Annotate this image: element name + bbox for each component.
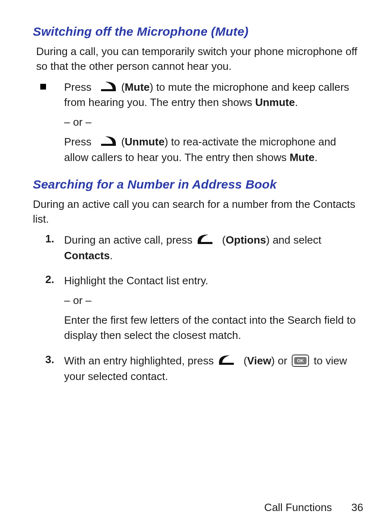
s1b-rest: ) and select xyxy=(266,234,321,246)
text-press-2: Press xyxy=(64,136,95,148)
step-3-body: With an entry highlighted, press (View) … xyxy=(64,353,363,388)
s3b-bold: View xyxy=(247,355,271,367)
right-softkey-icon xyxy=(96,81,117,93)
step-2-body: Highlight the Contact list entry. – or –… xyxy=(64,273,363,348)
ok-button-icon: OK xyxy=(292,355,309,367)
s1c-bold: Contacts xyxy=(64,249,110,262)
footer-chapter: Call Functions xyxy=(264,501,332,514)
step-number-3: 3. xyxy=(40,353,54,366)
text-end-2: . xyxy=(314,151,317,164)
s1b-bold: Options xyxy=(226,234,266,246)
bullet-body: Press (Mute) to mute the microphone and … xyxy=(64,80,363,169)
text-mute-bold: Mute xyxy=(125,81,150,93)
s1c-end: . xyxy=(110,249,113,262)
manual-page: Switching off the Microphone (Mute) Duri… xyxy=(0,0,392,532)
step-2b: Enter the first few letters of the conta… xyxy=(64,313,363,343)
s1b-open: ( xyxy=(222,234,226,246)
bullet-item: Press (Mute) to mute the microphone and … xyxy=(33,80,363,169)
left-softkey-icon xyxy=(218,355,239,367)
s3b-rest: ) or xyxy=(271,355,290,367)
step-1: 1. During an active call, press (Options… xyxy=(33,233,363,267)
step-1-text: During an active call, press (Options) a… xyxy=(64,233,363,263)
s3a: With an entry highlighted, press xyxy=(64,355,217,367)
text-open-1: ( xyxy=(121,81,125,93)
page-footer: Call Functions 36 xyxy=(264,501,363,514)
left-softkey-icon xyxy=(197,234,217,246)
svg-text:OK: OK xyxy=(297,358,304,363)
step-number-2: 2. xyxy=(40,273,54,286)
text-press-1: Press xyxy=(64,81,95,93)
text-end-1: . xyxy=(295,96,298,108)
right-softkey-icon xyxy=(96,136,117,148)
mute-line-1: Press (Mute) to mute the microphone and … xyxy=(64,80,363,111)
bullet-list: Press (Mute) to mute the microphone and … xyxy=(33,80,363,169)
step-1-body: During an active call, press (Options) a… xyxy=(64,233,363,267)
s1a: During an active call, press xyxy=(64,234,195,246)
step-2a: Highlight the Contact list entry. xyxy=(64,273,363,289)
step-2: 2. Highlight the Contact list entry. – o… xyxy=(33,273,363,348)
heading-search: Searching for a Number in Address Book xyxy=(33,177,363,191)
or-line-1: – or – xyxy=(64,115,363,130)
text-mute-bold-2: Mute xyxy=(290,151,315,164)
intro-search: During an active call you can search for… xyxy=(33,197,363,227)
square-bullet-icon xyxy=(40,84,46,90)
intro-mute: During a call, you can temporarily switc… xyxy=(36,44,363,74)
footer-page-number: 36 xyxy=(351,501,363,514)
steps-list: 1. During an active call, press (Options… xyxy=(33,233,363,389)
step-3: 3. With an entry highlighted, press (Vie… xyxy=(33,353,363,388)
step-2-or: – or – xyxy=(64,293,363,309)
step-number-1: 1. xyxy=(40,233,54,245)
text-unmute-bold: Unmute xyxy=(255,96,295,108)
unmute-line: Press (Unmute) to rea-activate the micro… xyxy=(64,134,363,165)
text-unmute-bold-2: Unmute xyxy=(125,136,165,148)
step-3-text: With an entry highlighted, press (View) … xyxy=(64,353,363,384)
heading-mute: Switching off the Microphone (Mute) xyxy=(33,25,363,39)
text-open-2: ( xyxy=(121,136,125,148)
